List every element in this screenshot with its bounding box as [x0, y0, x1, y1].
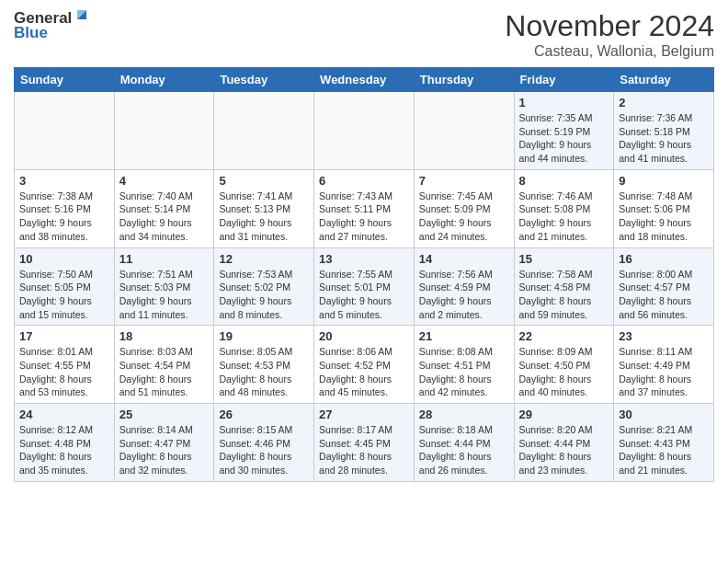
table-row: 20Sunrise: 8:06 AM Sunset: 4:52 PM Dayli…: [314, 326, 415, 404]
table-row: 24Sunrise: 8:12 AM Sunset: 4:48 PM Dayli…: [15, 404, 115, 482]
day-number: 2: [619, 96, 709, 109]
table-row: [314, 92, 415, 170]
table-row: 12Sunrise: 7:53 AM Sunset: 5:02 PM Dayli…: [214, 247, 314, 326]
day-info: Sunrise: 8:14 AM Sunset: 4:47 PM Dayligh…: [119, 423, 210, 477]
day-number: 20: [319, 329, 409, 343]
table-row: 18Sunrise: 8:03 AM Sunset: 4:54 PM Dayli…: [114, 326, 214, 404]
calendar-week-row: 3Sunrise: 7:38 AM Sunset: 5:16 PM Daylig…: [15, 169, 714, 247]
day-info: Sunrise: 7:40 AM Sunset: 5:14 PM Dayligh…: [119, 190, 210, 244]
day-number: 17: [19, 329, 109, 343]
table-row: 13Sunrise: 7:55 AM Sunset: 5:01 PM Dayli…: [314, 247, 415, 326]
calendar-table: Sunday Monday Tuesday Wednesday Thursday…: [14, 67, 714, 482]
day-number: 5: [219, 174, 309, 188]
day-info: Sunrise: 8:18 AM Sunset: 4:44 PM Dayligh…: [419, 423, 509, 477]
main-title: November 2024: [505, 9, 714, 43]
day-number: 12: [219, 252, 309, 266]
table-row: [214, 92, 314, 170]
day-info: Sunrise: 8:11 AM Sunset: 4:49 PM Dayligh…: [619, 345, 709, 399]
table-row: 1Sunrise: 7:35 AM Sunset: 5:19 PM Daylig…: [514, 92, 614, 170]
table-row: 15Sunrise: 7:58 AM Sunset: 4:58 PM Dayli…: [514, 247, 614, 326]
day-number: 15: [519, 252, 609, 266]
day-number: 24: [19, 408, 109, 421]
day-info: Sunrise: 7:58 AM Sunset: 4:58 PM Dayligh…: [519, 268, 609, 322]
calendar-week-row: 10Sunrise: 7:50 AM Sunset: 5:05 PM Dayli…: [15, 247, 714, 326]
day-info: Sunrise: 8:01 AM Sunset: 4:55 PM Dayligh…: [19, 345, 109, 399]
col-saturday: Saturday: [614, 68, 714, 92]
day-info: Sunrise: 7:48 AM Sunset: 5:06 PM Dayligh…: [619, 190, 709, 244]
day-info: Sunrise: 7:41 AM Sunset: 5:13 PM Dayligh…: [219, 190, 309, 244]
table-row: 5Sunrise: 7:41 AM Sunset: 5:13 PM Daylig…: [214, 169, 314, 247]
day-number: 3: [19, 174, 109, 188]
table-row: 19Sunrise: 8:05 AM Sunset: 4:53 PM Dayli…: [214, 326, 314, 404]
day-info: Sunrise: 8:12 AM Sunset: 4:48 PM Dayligh…: [19, 423, 109, 477]
col-thursday: Thursday: [414, 68, 514, 92]
day-info: Sunrise: 7:56 AM Sunset: 4:59 PM Dayligh…: [419, 268, 509, 322]
table-row: 21Sunrise: 8:08 AM Sunset: 4:51 PM Dayli…: [414, 326, 514, 404]
table-row: 6Sunrise: 7:43 AM Sunset: 5:11 PM Daylig…: [314, 169, 415, 247]
day-info: Sunrise: 7:50 AM Sunset: 5:05 PM Dayligh…: [19, 268, 109, 322]
title-block: November 2024 Casteau, Wallonia, Belgium: [505, 9, 714, 60]
logo: General Blue: [14, 9, 90, 42]
table-row: 2Sunrise: 7:36 AM Sunset: 5:18 PM Daylig…: [614, 92, 714, 170]
day-number: 29: [519, 408, 609, 421]
calendar-week-row: 1Sunrise: 7:35 AM Sunset: 5:19 PM Daylig…: [15, 92, 714, 170]
table-row: 3Sunrise: 7:38 AM Sunset: 5:16 PM Daylig…: [15, 169, 115, 247]
table-row: [15, 92, 115, 170]
logo-arrow-icon: [74, 6, 90, 23]
col-sunday: Sunday: [15, 68, 115, 92]
day-number: 28: [419, 408, 509, 421]
day-number: 11: [119, 252, 210, 266]
table-row: 4Sunrise: 7:40 AM Sunset: 5:14 PM Daylig…: [114, 169, 214, 247]
day-info: Sunrise: 7:55 AM Sunset: 5:01 PM Dayligh…: [319, 268, 409, 322]
table-row: 17Sunrise: 8:01 AM Sunset: 4:55 PM Dayli…: [15, 326, 115, 404]
day-info: Sunrise: 8:20 AM Sunset: 4:44 PM Dayligh…: [519, 423, 609, 477]
day-number: 8: [519, 174, 609, 188]
day-info: Sunrise: 7:38 AM Sunset: 5:16 PM Dayligh…: [19, 190, 109, 244]
day-info: Sunrise: 7:46 AM Sunset: 5:08 PM Dayligh…: [519, 190, 609, 244]
page-container: General Blue November 2024 Casteau, Wall…: [0, 0, 728, 491]
day-info: Sunrise: 8:03 AM Sunset: 4:54 PM Dayligh…: [119, 345, 210, 399]
day-number: 23: [619, 329, 709, 343]
table-row: 8Sunrise: 7:46 AM Sunset: 5:08 PM Daylig…: [514, 169, 614, 247]
table-row: 22Sunrise: 8:09 AM Sunset: 4:50 PM Dayli…: [514, 326, 614, 404]
day-number: 16: [619, 252, 709, 266]
day-number: 9: [619, 174, 709, 188]
table-row: 29Sunrise: 8:20 AM Sunset: 4:44 PM Dayli…: [514, 404, 614, 482]
day-number: 22: [519, 329, 609, 343]
day-info: Sunrise: 8:05 AM Sunset: 4:53 PM Dayligh…: [219, 345, 309, 399]
col-monday: Monday: [114, 68, 214, 92]
table-row: 27Sunrise: 8:17 AM Sunset: 4:45 PM Dayli…: [314, 404, 415, 482]
day-info: Sunrise: 8:21 AM Sunset: 4:43 PM Dayligh…: [619, 423, 709, 477]
day-info: Sunrise: 7:51 AM Sunset: 5:03 PM Dayligh…: [119, 268, 210, 322]
table-row: [114, 92, 214, 170]
day-number: 10: [19, 252, 109, 266]
day-number: 26: [219, 408, 309, 421]
day-number: 19: [219, 329, 309, 343]
table-row: 25Sunrise: 8:14 AM Sunset: 4:47 PM Dayli…: [114, 404, 214, 482]
day-info: Sunrise: 8:17 AM Sunset: 4:45 PM Dayligh…: [319, 423, 409, 477]
table-row: 14Sunrise: 7:56 AM Sunset: 4:59 PM Dayli…: [414, 247, 514, 326]
table-row: [414, 92, 514, 170]
calendar-week-row: 17Sunrise: 8:01 AM Sunset: 4:55 PM Dayli…: [15, 326, 714, 404]
day-number: 27: [319, 408, 409, 421]
page-header: General Blue November 2024 Casteau, Wall…: [14, 9, 714, 60]
day-info: Sunrise: 7:45 AM Sunset: 5:09 PM Dayligh…: [419, 190, 509, 244]
day-number: 7: [419, 174, 509, 188]
calendar-header-row: Sunday Monday Tuesday Wednesday Thursday…: [15, 68, 714, 92]
table-row: 10Sunrise: 7:50 AM Sunset: 5:05 PM Dayli…: [15, 247, 115, 326]
table-row: 7Sunrise: 7:45 AM Sunset: 5:09 PM Daylig…: [414, 169, 514, 247]
table-row: 30Sunrise: 8:21 AM Sunset: 4:43 PM Dayli…: [614, 404, 714, 482]
day-number: 1: [519, 96, 609, 109]
day-number: 4: [119, 174, 210, 188]
table-row: 23Sunrise: 8:11 AM Sunset: 4:49 PM Dayli…: [614, 326, 714, 404]
subtitle: Casteau, Wallonia, Belgium: [505, 43, 714, 60]
day-info: Sunrise: 8:09 AM Sunset: 4:50 PM Dayligh…: [519, 345, 609, 399]
day-info: Sunrise: 8:15 AM Sunset: 4:46 PM Dayligh…: [219, 423, 309, 477]
day-info: Sunrise: 8:06 AM Sunset: 4:52 PM Dayligh…: [319, 345, 409, 399]
day-info: Sunrise: 7:53 AM Sunset: 5:02 PM Dayligh…: [219, 268, 309, 322]
calendar-week-row: 24Sunrise: 8:12 AM Sunset: 4:48 PM Dayli…: [15, 404, 714, 482]
day-number: 21: [419, 329, 509, 343]
day-number: 6: [319, 174, 409, 188]
col-wednesday: Wednesday: [314, 68, 415, 92]
day-info: Sunrise: 8:00 AM Sunset: 4:57 PM Dayligh…: [619, 268, 709, 322]
